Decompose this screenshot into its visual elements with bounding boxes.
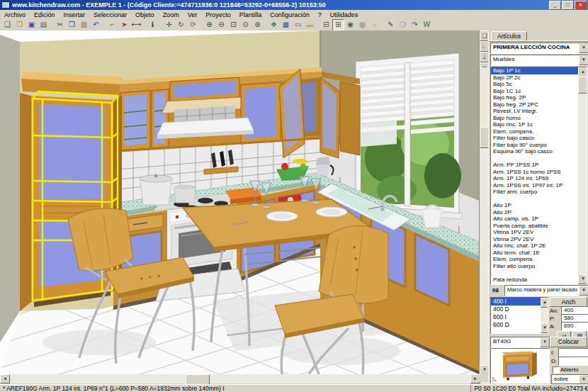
catalog-select[interactable]: PRIMERA LECCIÓN COCINA ▼ [490, 43, 588, 54]
zoom-extents-icon[interactable]: ⊛ [251, 19, 264, 30]
maximize-button[interactable]: □ [562, 1, 574, 10]
open-icon[interactable]: ❐ [13, 19, 26, 30]
article-item[interactable]: Filler alto cuerpo [491, 263, 578, 270]
snapshot-icon[interactable]: ▦ [280, 19, 292, 30]
right-gap-field[interactable] [558, 357, 588, 366]
article-item[interactable]: Alto 2P [491, 209, 578, 216]
article-item[interactable]: Alto camp. vis. 1P [491, 215, 578, 223]
article-item[interactable]: Vitrina 2PV 2EV [491, 236, 578, 243]
measure-tool-icon[interactable]: ⟷ [130, 19, 142, 30]
size-item[interactable]: 600 I [491, 313, 541, 321]
menu-seleccionar[interactable]: Seleccionar [89, 11, 131, 18]
article-item[interactable]: Bajo horno [491, 115, 578, 122]
article-item[interactable]: Arm. 1P 124 int. 1P69 [491, 175, 578, 182]
copy-icon[interactable]: ❒ [66, 19, 78, 30]
article-item[interactable]: Filler bajo casco [491, 135, 578, 142]
sizes-scroll-down[interactable]: ▼ [541, 323, 548, 333]
chevron-down-icon[interactable]: ▼ [540, 337, 550, 347]
dimension-icon[interactable]: ✎ [385, 19, 397, 30]
place-button[interactable]: Colocar [550, 337, 587, 347]
print-icon[interactable]: ▤ [38, 19, 50, 30]
article-item[interactable]: Arm. PP 1PSS 1P [491, 162, 578, 169]
menu--[interactable]: ? [314, 11, 326, 18]
redo-icon[interactable]: ↷ [409, 19, 421, 30]
hscroll-thumb[interactable] [186, 374, 210, 385]
article-item[interactable]: Bajo freg. 2P [491, 94, 578, 101]
elevation-view-icon[interactable]: ▬ [304, 19, 316, 30]
menu-proyecto[interactable]: Proyecto [201, 11, 235, 18]
chevron-down-icon[interactable]: ▼ [579, 286, 588, 296]
article-item[interactable]: Vitrina 1PV 2EV [491, 229, 578, 236]
menu-objeto[interactable]: Objeto [131, 11, 159, 18]
paste-icon[interactable]: ▥ [78, 19, 90, 30]
anch-button[interactable]: Anch [550, 297, 587, 307]
save-icon[interactable]: ▣ [26, 19, 38, 30]
hscroll-left-arrow[interactable]: ◄ [0, 374, 10, 383]
vertical-scrollbar[interactable] [480, 67, 488, 374]
article-item[interactable] [491, 269, 578, 276]
article-item[interactable]: Puerta camp. abatible [491, 223, 578, 230]
height-field[interactable]: 690 [561, 322, 588, 331]
menu-insertar[interactable]: Insertar [60, 11, 90, 18]
orbit-icon[interactable]: ⟳ [187, 19, 199, 30]
menu-utilidades[interactable]: Utilidades [326, 11, 363, 18]
light-icon[interactable]: ☼ [368, 19, 380, 30]
move-icon[interactable]: ✛ [163, 19, 175, 30]
article-item[interactable]: Filler bajo 90° cuerpo [491, 142, 578, 149]
menu-archivo[interactable]: Archivo [0, 11, 30, 18]
sizes-scroll-up[interactable]: ▲ [541, 298, 548, 308]
zoom-window-icon[interactable]: ⊡ [227, 19, 239, 30]
article-item[interactable] [491, 155, 578, 162]
horizontal-scrollbar[interactable]: ◄ ► [0, 374, 488, 383]
reference-select[interactable]: BT40G ▼ [490, 337, 550, 348]
articles-scroll-down[interactable]: ▼ [578, 274, 587, 284]
article-item[interactable]: Filler arm. cuerpo [491, 189, 578, 196]
camera-icon[interactable]: ◉ [344, 19, 356, 30]
range-select[interactable]: Marco madera y panel lacado ▼ [504, 285, 588, 296]
sizes-scrollbar[interactable]: ▲ ▼ [541, 298, 548, 333]
cascade-windows-icon[interactable]: ⊟ [320, 19, 332, 30]
zoom-in-icon[interactable]: ⊕ [203, 19, 215, 30]
article-item[interactable]: Bajo rinc. 1P 1c [491, 121, 578, 128]
article-item[interactable]: Esquina 90° bajo casco [491, 148, 578, 155]
article-item[interactable]: Bajo 1C 1c [491, 88, 578, 95]
place-tool-icon[interactable]: ➤ [118, 19, 130, 30]
article-item[interactable]: Bajo 5c [491, 81, 578, 88]
article-item[interactable] [491, 196, 578, 203]
title-bar[interactable]: www.kitchendraw.com - EXEMPLE 1 - (Códig… [0, 0, 588, 10]
minimize-button[interactable]: _ [549, 1, 561, 10]
video-icon[interactable]: ◎ [356, 19, 368, 30]
menu-plantilla[interactable]: Plantilla [235, 11, 266, 18]
chevron-down-icon[interactable]: ▼ [579, 43, 588, 53]
zoom-previous-icon[interactable]: ⊙ [239, 19, 251, 30]
menu-edici-n[interactable]: Edición [30, 11, 60, 18]
menu-configuraci-n[interactable]: Configuración [266, 11, 314, 18]
articles-list[interactable]: Bajo 1P 1cBajo 2P 2cBajo 5cBajo 1C 1cBaj… [490, 67, 587, 285]
article-item[interactable]: Revest. LV integr. [491, 108, 578, 115]
sizes-list[interactable]: 400 I400 D600 I600 D ▲ ▼ [490, 297, 548, 334]
zoom-out-icon[interactable]: ⊖ [215, 19, 227, 30]
close-button[interactable]: ✕ [575, 1, 587, 10]
size-item[interactable]: 400 I [491, 298, 541, 306]
articles-scroll-thumb[interactable] [578, 77, 587, 94]
info-icon[interactable]: ℹ [147, 19, 159, 30]
new-icon[interactable]: ❏ [1, 19, 13, 30]
section-tool-icon[interactable]: ⌐ [106, 19, 118, 30]
web-icon[interactable]: W [421, 19, 433, 30]
articles-scroll-up[interactable]: ▲ [578, 67, 587, 77]
chevron-down-icon[interactable]: ▼ [579, 55, 588, 65]
undo-icon[interactable]: ↶ [90, 19, 102, 30]
article-item[interactable]: Arm. 1PSS int. 1P97 int. 1P [491, 182, 578, 189]
article-item[interactable]: Pata redonda [491, 276, 578, 284]
menu-ver[interactable]: Ver [183, 11, 202, 18]
category-select[interactable]: Muebles ▼ [490, 55, 588, 66]
article-item[interactable]: Arm. 1PSS 1c horno 1PSS [491, 169, 578, 176]
cut-icon[interactable]: ✂ [54, 19, 66, 30]
hscroll-right-arrow[interactable]: ► [470, 374, 480, 383]
article-item[interactable]: Alto 1P [491, 202, 578, 209]
article-item[interactable]: Bajo freg. 2P 2PC [491, 101, 578, 108]
pan-icon[interactable]: ❍ [397, 19, 409, 30]
3d-viewport[interactable] [0, 30, 480, 374]
articles-scrollbar[interactable]: ▲ ▼ [578, 67, 587, 284]
menu-zoom[interactable]: Zoom [159, 11, 183, 18]
